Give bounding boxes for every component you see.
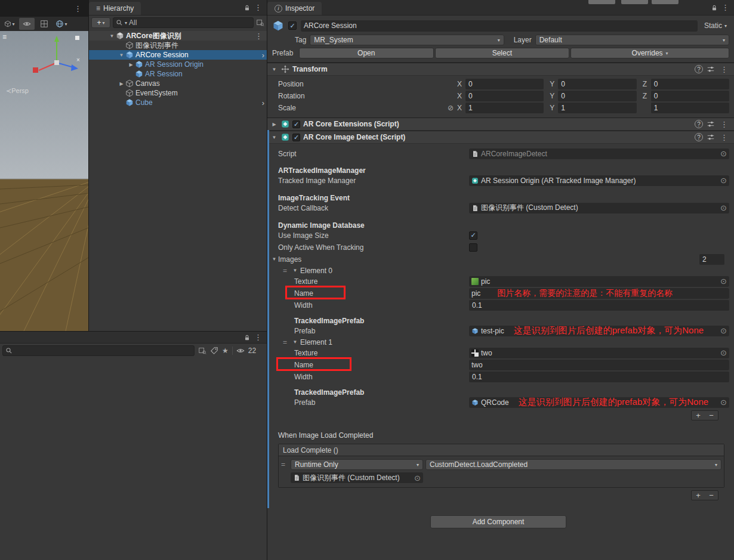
lock-icon[interactable] [243, 334, 251, 341]
active-checkbox[interactable]: ✓ [288, 21, 297, 30]
position-x-field[interactable]: 0 [465, 79, 544, 89]
favorite-star-icon[interactable]: ★ [222, 346, 229, 355]
kebab-menu-icon[interactable]: ⋮ [718, 120, 730, 129]
project-search-input[interactable] [2, 345, 195, 356]
cropped-toolbar-button[interactable] [588, 0, 615, 4]
name-field[interactable]: pic 图片名称，需要的注意的是：不能有重复的名称 [469, 288, 729, 299]
foldout-icon[interactable]: ▼ [270, 135, 278, 140]
hierarchy-item-selected[interactable]: ▼ ARCore Session › [89, 50, 267, 60]
object-picker-icon[interactable]: ⊙ [720, 150, 727, 157]
event-mode-dropdown[interactable]: Runtime Only ▾ [291, 459, 423, 470]
help-icon[interactable]: ? [695, 120, 703, 128]
texture-field[interactable]: pic ⊙ [469, 276, 729, 287]
presets-icon[interactable] [707, 133, 715, 141]
perspective-label[interactable]: ≺Persp [6, 87, 29, 94]
scale-x-field[interactable]: 1 [465, 103, 544, 113]
presets-icon[interactable] [707, 120, 715, 128]
cropped-toolbar-button[interactable] [652, 0, 679, 4]
remove-listener-button[interactable]: − [705, 491, 718, 500]
hierarchy-search-input[interactable]: ▾ All [113, 17, 254, 28]
kebab-menu-icon[interactable]: ⋮ [252, 3, 264, 12]
kebab-menu-icon[interactable]: ⋮ [718, 133, 730, 142]
component-enabled-checkbox[interactable]: ✓ [292, 134, 300, 141]
width-field[interactable]: 0.1 [469, 300, 729, 311]
lock-icon[interactable] [243, 4, 251, 11]
prefab-overrides-button[interactable]: Overrides ▾ [570, 48, 729, 58]
object-picker-icon[interactable]: ⊙ [720, 204, 727, 212]
event-function-dropdown[interactable]: CustomDetect.LoadCompleted ▾ [425, 459, 721, 470]
scale-z-field[interactable]: 1 [651, 103, 729, 113]
label-icon[interactable] [210, 346, 218, 355]
object-picker-icon[interactable]: ⊙ [720, 398, 727, 406]
gizmo-corner-handle[interactable] [75, 36, 79, 40]
position-y-field[interactable]: 0 [558, 79, 636, 89]
add-component-button[interactable]: Add Component [430, 515, 566, 528]
width-field[interactable]: 0.1 [469, 372, 729, 382]
tab-hierarchy[interactable]: ≡ Hierarchy [89, 2, 141, 15]
use-image-size-checkbox[interactable]: ✓ [469, 231, 477, 240]
project-content[interactable] [0, 358, 267, 560]
search-picker-icon[interactable] [256, 18, 264, 27]
hierarchy-item[interactable]: ▶ Canvas [89, 79, 267, 88]
kebab-menu-icon[interactable]: ⋮ [253, 32, 264, 41]
constrain-proportions-icon[interactable]: ⊘ [448, 104, 457, 112]
help-icon[interactable]: ? [695, 133, 703, 141]
object-picker-icon[interactable]: ⊙ [720, 277, 727, 285]
event-target-field[interactable]: 图像识别事件 (Custom Detect) ⊙ [291, 472, 423, 483]
hierarchy-scene-row[interactable]: ▼ ARCore图像识别 ⋮ [89, 31, 267, 41]
foldout-icon[interactable]: ▼ [108, 33, 116, 39]
drag-handle-icon[interactable]: = [281, 460, 288, 469]
add-listener-button[interactable]: + [692, 491, 705, 500]
element-0-row[interactable]: = ▼ Element 0 [267, 265, 729, 276]
object-picker-icon[interactable]: ⊙ [720, 349, 727, 357]
hierarchy-item[interactable]: Cube › [89, 98, 267, 107]
hierarchy-item[interactable]: EventSystem [89, 88, 267, 98]
arcore-image-detect-component-header[interactable]: ▼ ✓ AR Core Image Detect (Script) ? ⋮ [267, 131, 734, 144]
images-count-field[interactable]: 2 [699, 254, 724, 265]
object-picker-icon[interactable]: ⊙ [720, 327, 727, 335]
static-dropdown[interactable]: Static ▾ [702, 21, 729, 30]
foldout-icon[interactable]: ▼ [118, 52, 125, 58]
kebab-menu-icon[interactable]: ⋮ [718, 65, 730, 74]
presets-icon[interactable] [707, 65, 715, 73]
tab-inspector[interactable]: i Inspector [267, 2, 322, 15]
remove-element-button[interactable]: − [705, 411, 718, 420]
script-object-field[interactable]: ARCoreImageDetect ⊙ [469, 148, 729, 159]
kebab-menu-icon[interactable]: ⋮ [72, 4, 84, 13]
texture-field[interactable]: two ⊙ [469, 348, 729, 358]
visibility-eye-icon[interactable] [236, 346, 245, 355]
help-icon[interactable]: ? [695, 65, 703, 73]
view-visibility-button[interactable] [19, 18, 35, 30]
prefab-field[interactable]: QRCode 这是识别到图片后创建的prefab对象，可为None ⊙ [469, 397, 729, 408]
add-element-button[interactable]: + [692, 411, 705, 420]
name-field[interactable]: two [469, 360, 729, 370]
drag-handle-icon[interactable]: = [283, 338, 290, 346]
prefab-open-arrow-icon[interactable]: › [262, 98, 264, 107]
layer-dropdown[interactable]: Default ▾ [535, 35, 729, 45]
kebab-menu-icon[interactable]: ⋮ [252, 333, 264, 342]
foldout-icon[interactable]: ▼ [270, 67, 278, 72]
rotation-z-field[interactable]: 0 [651, 91, 729, 101]
position-z-field[interactable]: 0 [651, 79, 729, 89]
hierarchy-item[interactable]: 图像识别事件 [89, 41, 267, 50]
grid-toggle-button[interactable] [36, 18, 52, 30]
kebab-menu-icon[interactable]: ⋮ [720, 3, 731, 12]
search-by-type-icon[interactable] [198, 346, 206, 355]
detect-callback-field[interactable]: 图像识别事件 (Custom Detect) ⊙ [469, 203, 729, 214]
scale-y-field[interactable]: 1 [558, 103, 636, 113]
component-enabled-checkbox[interactable]: ✓ [292, 120, 300, 128]
tracked-image-manager-field[interactable]: AR Session Origin (AR Tracked Image Mana… [469, 175, 729, 186]
arcore-extensions-component-header[interactable]: ▶ ✓ AR Core Extensions (Script) ? ⋮ [267, 117, 734, 131]
foldout-icon[interactable]: ▼ [291, 268, 299, 273]
rotation-y-field[interactable]: 0 [558, 91, 636, 101]
tag-dropdown[interactable]: MR_System ▾ [310, 35, 504, 45]
hierarchy-item[interactable]: AR Session [89, 69, 267, 79]
foldout-icon[interactable]: ▶ [118, 81, 125, 86]
close-icon[interactable]: × [76, 57, 80, 63]
create-object-button[interactable]: + ▾ [91, 17, 110, 28]
foldout-icon[interactable]: ▶ [270, 122, 278, 127]
cropped-toolbar-button[interactable] [621, 0, 648, 4]
rotation-x-field[interactable]: 0 [465, 91, 544, 101]
scene-view[interactable]: ≡ × ≺Persp [0, 31, 88, 331]
element-1-row[interactable]: = ▼ Element 1 [267, 337, 729, 347]
